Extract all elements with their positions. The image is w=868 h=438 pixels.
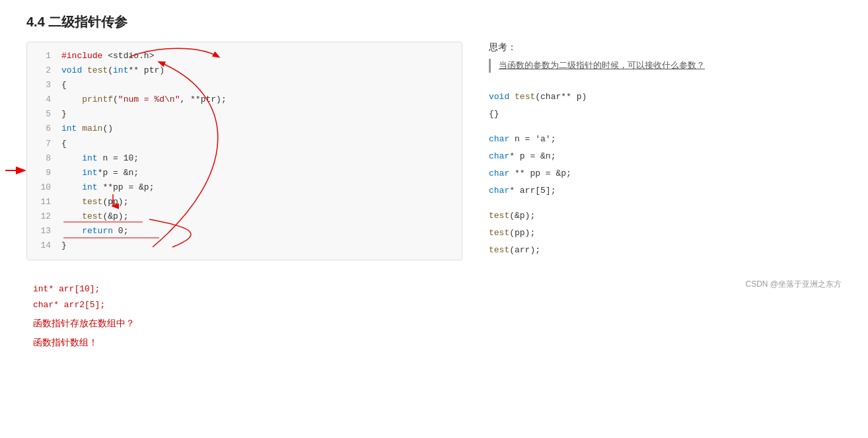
right-code-line: char* p = &n; bbox=[489, 148, 842, 165]
code-block: 1 #include <stdio.h> 2 void test(int** p… bbox=[26, 42, 462, 260]
code-line-5: 5 } bbox=[27, 107, 462, 122]
code-line-3: 3 { bbox=[27, 78, 462, 92]
right-code-line: char* arr[5]; bbox=[489, 182, 842, 200]
code-line-6: 6 int main() bbox=[27, 122, 462, 136]
right-code-section-2: char n = 'a'; char* p = &n; char ** pp =… bbox=[489, 131, 842, 200]
code-line-7: 7 { bbox=[27, 137, 462, 151]
bottom-desc-2: 函数指针数组！ bbox=[33, 334, 462, 351]
right-code-section-1: void test(char** p) {} bbox=[489, 89, 842, 123]
code-line-11: 11 test(pp); bbox=[27, 195, 462, 209]
right-code-line: void test(char** p) bbox=[489, 89, 842, 106]
page-title: 4.4 二级指针传参 bbox=[26, 13, 842, 31]
right-code-section-3: test(&p); test(pp); test(arr); bbox=[489, 207, 842, 259]
code-line-10: 10 int **pp = &p; bbox=[27, 180, 462, 195]
code-line-9: 9 int*p = &n; bbox=[27, 166, 462, 180]
code-line-2: 2 void test(int** ptr) bbox=[27, 63, 462, 78]
csdn-credit: CSDN @坐落于亚洲之东方 bbox=[489, 279, 842, 290]
bottom-text: int* arr[10]; char* arr2[5]; 函数指针存放在数组中？… bbox=[26, 281, 462, 351]
think-title: 思考： bbox=[489, 42, 842, 54]
bottom-code-2: char* arr2[5]; bbox=[33, 297, 462, 312]
right-code-line: char n = 'a'; bbox=[489, 131, 842, 148]
code-line-13: 13 return 0; bbox=[27, 224, 462, 238]
right-code-line: test(arr); bbox=[489, 242, 842, 259]
bottom-code-1: int* arr[10]; bbox=[33, 281, 462, 297]
blockquote-text: 当函数的参数为二级指针的时候，可以接收什么参数？ bbox=[499, 60, 705, 70]
code-line-4: 4 printf("num = %d\n", **ptr); bbox=[27, 92, 462, 107]
right-code-line: {} bbox=[489, 106, 842, 123]
right-code-line: test(pp); bbox=[489, 225, 842, 242]
right-code-line: test(&p); bbox=[489, 207, 842, 225]
code-line-8: 8 int n = 10; bbox=[27, 151, 462, 166]
right-code-line: char ** pp = &p; bbox=[489, 165, 842, 182]
blockquote: 当函数的参数为二级指针的时候，可以接收什么参数？ bbox=[489, 59, 842, 73]
code-line-14: 14 } bbox=[27, 238, 462, 253]
left-panel: 1 #include <stdio.h> 2 void test(int** p… bbox=[26, 42, 462, 351]
right-panel: 思考： 当函数的参数为二级指针的时候，可以接收什么参数？ void test(c… bbox=[489, 42, 842, 290]
code-wrapper: 1 #include <stdio.h> 2 void test(int** p… bbox=[26, 42, 462, 276]
code-line-12: 12 test(&p); bbox=[27, 209, 462, 224]
bottom-desc-1: 函数指针存放在数组中？ bbox=[33, 315, 462, 332]
code-line-1: 1 #include <stdio.h> bbox=[27, 49, 462, 63]
right-code: void test(char** p) {} char n = 'a'; cha… bbox=[489, 89, 842, 259]
